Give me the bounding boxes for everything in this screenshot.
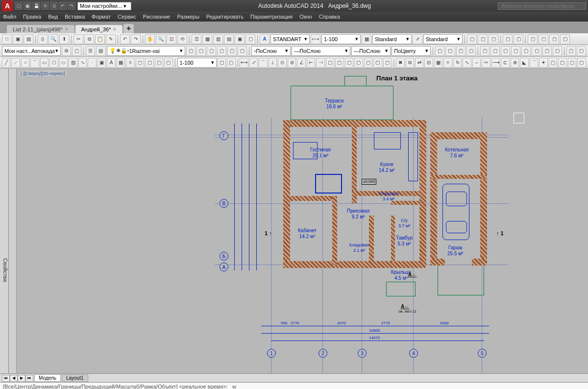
copy-icon[interactable]: ⧉ xyxy=(406,58,414,68)
dcenter-icon[interactable]: ▦ xyxy=(202,34,212,44)
menu-view[interactable]: Вид xyxy=(48,14,58,20)
tool-icon[interactable]: ▢ xyxy=(503,34,513,44)
dim-cont-icon[interactable]: ⊣ xyxy=(316,58,324,68)
layer-icon[interactable]: ▢ xyxy=(217,46,226,56)
tablestyle-dropdown[interactable]: Standard▾ xyxy=(423,34,463,44)
tool-icon[interactable]: ▢ xyxy=(227,58,235,68)
dim-icon[interactable]: ▢ xyxy=(364,58,372,68)
match-icon[interactable]: ✎ xyxy=(106,34,116,44)
layer-mgr-icon[interactable]: ☰ xyxy=(86,46,95,56)
lineweight-dropdown[interactable]: — ПоСлою▾ xyxy=(351,46,391,56)
dim-ord-icon[interactable]: ⊥ xyxy=(269,58,277,68)
redo-icon[interactable]: ↷ xyxy=(131,34,141,44)
tool-icon[interactable]: ▢ xyxy=(164,58,172,68)
dim-icon[interactable]: ▢ xyxy=(326,58,334,68)
dim-icon[interactable]: ▢ xyxy=(373,58,382,68)
zoomprev-icon[interactable]: ⟲ xyxy=(177,34,187,44)
array-icon[interactable]: ▦ xyxy=(434,58,442,68)
calc-icon[interactable]: ▢ xyxy=(245,34,255,44)
rect-icon[interactable]: ▭ xyxy=(40,58,49,68)
dim-icon[interactable]: ▢ xyxy=(354,58,363,68)
tool-icon[interactable]: ▢ xyxy=(521,46,531,56)
line-icon[interactable]: ╱ xyxy=(2,58,10,68)
menu-draw[interactable]: Рисование xyxy=(143,14,170,20)
tool-icon[interactable]: ▢ xyxy=(456,46,466,56)
menu-parametric[interactable]: Параметризация xyxy=(250,14,293,20)
menu-tools[interactable]: Сервис xyxy=(118,14,136,20)
trim-icon[interactable]: ✂ xyxy=(482,58,490,68)
layer-icon[interactable]: ▢ xyxy=(186,46,196,56)
chamfer-icon[interactable]: ◣ xyxy=(520,58,528,68)
close-icon[interactable]: ✕ xyxy=(65,27,69,32)
tool-icon[interactable]: ▢ xyxy=(566,46,576,56)
tool-icon[interactable]: ▢ xyxy=(560,34,570,44)
saveas-icon[interactable]: ⎘ xyxy=(41,2,49,10)
menu-modify[interactable]: Редактировать xyxy=(206,14,244,20)
textstyle-icon[interactable]: A xyxy=(260,34,270,44)
linetype-dropdown[interactable]: — ПоСлою▾ xyxy=(292,46,350,56)
preview-icon[interactable]: 🔍 xyxy=(49,34,58,44)
layout-tab[interactable]: Layout1 xyxy=(62,374,88,382)
dim-ang-icon[interactable]: ∠ xyxy=(297,58,305,68)
help-search-input[interactable] xyxy=(498,2,586,10)
tool-icon[interactable]: ▢ xyxy=(478,34,488,44)
rotate-icon[interactable]: ↻ xyxy=(453,58,462,68)
color-dropdown[interactable]: ▫ ПоСлою▾ xyxy=(251,46,291,56)
copy-icon[interactable]: ⧉ xyxy=(84,34,94,44)
text-icon[interactable]: A xyxy=(107,58,115,68)
annoscale-dropdown[interactable]: 1-100▾ xyxy=(177,58,217,68)
print-icon[interactable]: ⎙ xyxy=(38,34,48,44)
textstyle-dropdown[interactable]: STANDART▾ xyxy=(270,34,310,44)
layer-dropdown[interactable]: 💡❄🔒▫ 1Razmer-osi▾ xyxy=(107,46,185,56)
spline-icon[interactable]: ∿ xyxy=(78,58,87,68)
tool-icon[interactable]: ▢ xyxy=(480,46,490,56)
tool-icon[interactable]: ▢ xyxy=(528,34,538,44)
pline-icon[interactable]: ⟋ xyxy=(11,58,20,68)
dimscale-dropdown[interactable]: 1-100▾ xyxy=(321,34,361,44)
mod-icon[interactable]: ▢ xyxy=(549,58,557,68)
ws-icon[interactable]: ▢ xyxy=(72,46,81,56)
new-icon[interactable]: ▢ xyxy=(15,2,23,10)
workspace-dropdown[interactable]: Мои настройки... ▾ xyxy=(77,2,131,10)
stretch-icon[interactable]: ↔ xyxy=(472,58,481,68)
menu-window[interactable]: Окно xyxy=(299,14,312,20)
menu-format[interactable]: Формат xyxy=(92,14,111,20)
tab-next-icon[interactable]: ▶ xyxy=(18,375,25,382)
tool-icon[interactable]: ▢ xyxy=(539,34,548,44)
tab-last-icon[interactable]: ⏭ xyxy=(25,375,33,382)
tablestyle-icon[interactable]: ▦ xyxy=(362,34,371,44)
layer-icon[interactable]: ▢ xyxy=(238,46,247,56)
tab-prev-icon[interactable]: ◀ xyxy=(10,375,18,382)
table-icon[interactable]: ▦ xyxy=(117,58,125,68)
zoomwin-icon[interactable]: ⊡ xyxy=(167,34,176,44)
open-icon[interactable]: ▣ xyxy=(24,2,31,10)
menu-insert[interactable]: Вставка xyxy=(65,14,85,20)
layer-icon[interactable]: ▢ xyxy=(207,46,216,56)
mod-icon[interactable]: ▢ xyxy=(558,58,566,68)
dimstyle-icon[interactable]: ⟼ xyxy=(311,34,320,44)
command-window[interactable]: [Все/Центр/Динамика/Границы/Предыдущий/М… xyxy=(0,382,588,389)
tool-icon[interactable]: ▢ xyxy=(467,34,477,44)
undo-icon[interactable]: ↶ xyxy=(59,2,67,10)
undo-icon[interactable]: ↶ xyxy=(120,34,130,44)
save-icon[interactable]: 💾 xyxy=(32,2,40,10)
workspace-name-dropdown[interactable]: Мои наст...Автокада▾ xyxy=(2,46,61,56)
dimstyle-dropdown[interactable]: Standard▾ xyxy=(372,34,412,44)
tool-icon[interactable]: ▢ xyxy=(435,46,444,56)
explode-icon[interactable]: ✦ xyxy=(539,58,547,68)
menu-help[interactable]: Справка xyxy=(319,14,340,20)
tool-icon[interactable]: ▢ xyxy=(553,46,562,56)
block-icon[interactable]: ▣ xyxy=(98,58,106,68)
mod-icon[interactable]: ▢ xyxy=(577,58,586,68)
menu-dimension[interactable]: Размеры xyxy=(177,14,199,20)
open-icon[interactable]: ▣ xyxy=(13,34,23,44)
dim-linear-icon[interactable]: ⟷ xyxy=(240,58,248,68)
arc-icon[interactable]: ⌒ xyxy=(30,58,39,68)
gear-icon[interactable]: ⚙ xyxy=(62,46,71,56)
tool-icon[interactable]: ▢ xyxy=(489,34,498,44)
mirror-icon[interactable]: ⇄ xyxy=(415,58,423,68)
mleader-icon[interactable]: ⇗ xyxy=(413,34,422,44)
tool-icon[interactable]: ▢ xyxy=(145,58,153,68)
dim-radius-icon[interactable]: ⊙ xyxy=(278,58,286,68)
pan-icon[interactable]: ✋ xyxy=(145,34,155,44)
